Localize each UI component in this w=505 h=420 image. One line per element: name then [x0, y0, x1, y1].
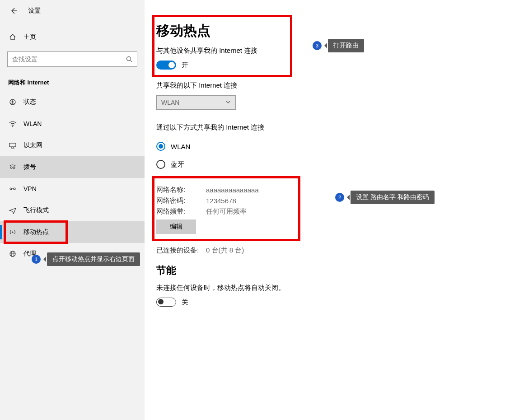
network-band-row: 网络频带: 任何可用频率 — [156, 206, 505, 217]
nav-status[interactable]: 状态 — [0, 91, 145, 113]
share-toggle-text: 开 — [182, 61, 188, 70]
power-saving-title: 节能 — [156, 264, 505, 277]
svg-point-13 — [14, 188, 15, 190]
share-toggle-row: 开 — [156, 61, 505, 70]
radio-wlan[interactable]: WLAN — [156, 137, 505, 155]
nav-status-label: 状态 — [23, 98, 36, 106]
callout-1: 1 点开移动热点并显示右边页面 — [32, 252, 140, 266]
settings-title: 设置 — [28, 7, 41, 15]
status-icon — [8, 98, 17, 106]
callout-2-tip: 设置 路由名字 和路由密码 — [351, 191, 435, 204]
search-icon — [125, 55, 133, 63]
network-band-value: 任何可用频率 — [206, 207, 247, 216]
connected-key: 已连接的设备: — [156, 246, 206, 255]
network-password-value: 12345678 — [206, 197, 236, 205]
network-name-key: 网络名称: — [156, 186, 206, 194]
share-from-value: WLAN — [161, 99, 179, 106]
nav-airplane[interactable]: 飞行模式 — [0, 200, 145, 221]
callout-3-tip: 打开路由 — [328, 39, 364, 52]
callout-2: 2 设置 路由名字 和路由密码 — [335, 191, 435, 204]
nav-dialup-label: 拨号 — [23, 163, 36, 171]
callout-2-badge: 2 — [335, 193, 344, 202]
nav-wlan-label: WLAN — [23, 120, 42, 127]
network-password-key: 网络密码: — [156, 196, 206, 205]
home-link[interactable]: 主页 — [0, 26, 145, 48]
nav-group-label: 网络和 Internet — [8, 79, 145, 87]
connected-value: 0 台(共 8 台) — [206, 246, 244, 255]
ethernet-icon — [8, 141, 17, 149]
nav-hotspot-label: 移动热点 — [23, 228, 49, 236]
svg-line-2 — [131, 61, 132, 62]
callout-3-badge: 3 — [313, 41, 322, 50]
chevron-down-icon — [225, 99, 231, 106]
radio-bt-label: 蓝牙 — [171, 160, 184, 169]
network-password-row: 网络密码: 12345678 — [156, 195, 505, 206]
connected-devices-row: 已连接的设备: 0 台(共 8 台) — [156, 245, 505, 256]
network-name-row: 网络名称: aaaaaaaaaaaaaa — [156, 184, 505, 195]
network-band-key: 网络频带: — [156, 207, 206, 216]
hotspot-icon — [8, 228, 17, 236]
nav-hotspot[interactable]: 移动热点 — [0, 221, 145, 243]
edit-button[interactable]: 编辑 — [156, 219, 196, 234]
svg-point-12 — [10, 188, 12, 190]
proxy-icon — [8, 250, 17, 258]
radio-wlan-input[interactable] — [156, 142, 165, 151]
share-toggle[interactable] — [156, 61, 176, 70]
radio-wlan-label: WLAN — [171, 143, 190, 150]
power-toggle-text: 关 — [182, 298, 188, 307]
dialup-icon — [8, 163, 17, 171]
callout-3: 3 打开路由 — [313, 39, 364, 52]
nav-dialup[interactable]: 拨号 — [0, 156, 145, 178]
svg-point-5 — [12, 126, 13, 127]
wifi-icon — [8, 120, 17, 128]
main-content: 移动热点 与其他设备共享我的 Internet 连接 开 共享我的以下 Inte… — [156, 22, 505, 318]
nav-ethernet[interactable]: 以太网 — [0, 135, 145, 156]
nav-vpn[interactable]: VPN — [0, 178, 145, 200]
nav-ethernet-label: 以太网 — [23, 141, 42, 149]
back-button[interactable] — [8, 5, 19, 16]
share-via-label: 通过以下方式共享我的 Internet 连接 — [156, 123, 505, 132]
svg-point-11 — [13, 167, 15, 168]
radio-bluetooth[interactable]: 蓝牙 — [156, 155, 505, 173]
svg-point-1 — [127, 57, 131, 61]
power-saving-desc: 未连接任何设备时，移动热点将自动关闭。 — [156, 284, 505, 292]
vpn-icon — [8, 185, 17, 193]
sidebar-header: 设置 — [0, 0, 145, 22]
home-icon — [8, 33, 17, 41]
home-label: 主页 — [23, 33, 36, 41]
nav-vpn-label: VPN — [23, 185, 37, 192]
airplane-icon — [8, 206, 17, 215]
network-name-value: aaaaaaaaaaaaaa — [206, 186, 259, 194]
search-input[interactable] — [12, 56, 125, 63]
page-title: 移动热点 — [156, 22, 505, 40]
power-toggle[interactable] — [156, 298, 176, 307]
svg-rect-6 — [9, 143, 16, 147]
power-toggle-row: 关 — [156, 298, 505, 307]
svg-point-15 — [12, 232, 14, 233]
share-from-dropdown[interactable]: WLAN — [156, 95, 236, 110]
radio-bt-input[interactable] — [156, 160, 165, 169]
search-box[interactable] — [7, 51, 137, 67]
callout-1-badge: 1 — [32, 255, 41, 264]
share-from-label: 共享我的以下 Internet 连接 — [156, 81, 505, 90]
callout-1-tip: 点开移动热点并显示右边页面 — [47, 252, 140, 266]
svg-point-10 — [10, 167, 12, 168]
sidebar: 设置 主页 网络和 Internet 状态 WLAN 以太网 拨号 VPN 飞行… — [0, 0, 145, 420]
nav-wlan[interactable]: WLAN — [0, 113, 145, 135]
nav-airplane-label: 飞行模式 — [23, 206, 49, 215]
